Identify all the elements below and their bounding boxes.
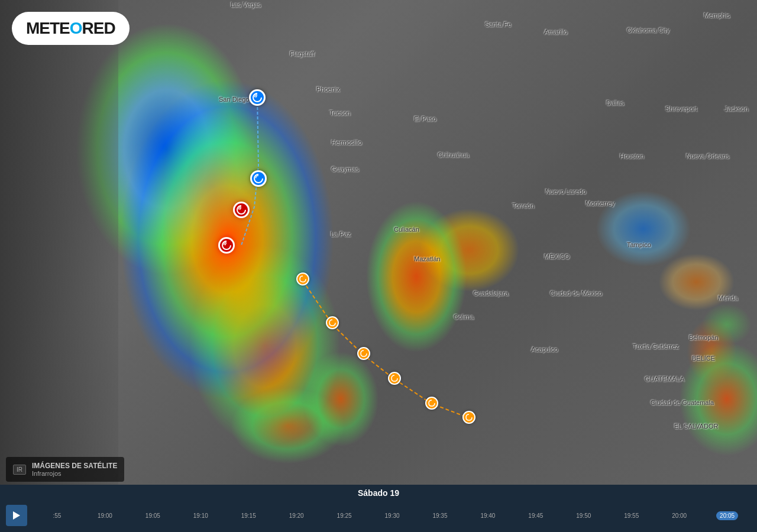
tick-2005-active[interactable]: 20:05 <box>703 512 751 519</box>
date-label: Sábado 19 <box>358 488 399 498</box>
city-guaymas: Guaymas <box>331 166 359 173</box>
city-guadalajara: Guadalajara <box>473 290 509 297</box>
tick-1915[interactable]: 19:15 <box>225 512 273 519</box>
city-las-vegas: Las Vegas <box>231 1 261 8</box>
logo-text: METEORED <box>26 19 115 38</box>
timeline-ticks: :55 19:00 19:05 19:10 19:15 19:20 19:25 … <box>33 512 751 519</box>
tick-1945[interactable]: 19:45 <box>512 512 559 519</box>
track-orange-3 <box>357 347 370 360</box>
city-hermosillo: Hermosillo <box>331 139 362 146</box>
city-flagstaff: Flagstaff <box>290 50 315 57</box>
timeline-track-container[interactable]: :55 19:00 19:05 19:10 19:15 19:20 19:25 … <box>0 499 757 532</box>
city-oklahoma-city: Oklahoma City <box>627 27 669 34</box>
storm-red-symbol-1 <box>233 202 250 218</box>
satellite-label: IMÁGENES DE SATÉLITE <box>32 462 117 470</box>
city-belice: BELICE <box>692 355 715 362</box>
city-colima: Colima <box>454 313 474 320</box>
city-tucson: Tucson <box>329 109 351 116</box>
tick-1925[interactable]: 19:25 <box>321 512 368 519</box>
city-nueva-orleans: Nueva Orleans <box>686 153 729 160</box>
city-phoenix: Phoenix <box>316 86 340 93</box>
tick-1900[interactable]: 19:00 <box>81 512 129 519</box>
city-jackson: Jackson <box>724 105 748 112</box>
track-orange-1 <box>296 273 309 286</box>
play-button[interactable] <box>6 505 27 526</box>
logo[interactable]: METEORED <box>12 12 130 45</box>
track-orange-6 <box>462 411 475 424</box>
storm-icon-red-1[interactable] <box>233 202 250 218</box>
city-tuxtla: Tuxtla Gutiérrez <box>633 343 679 350</box>
city-guatemala: GUATEMALA <box>645 375 684 382</box>
city-houston: Houston <box>620 153 644 160</box>
track-icon-1[interactable] <box>296 273 309 286</box>
map-container: Las Vegas Flagstaff Phoenix San Diego Tu… <box>0 0 757 532</box>
storm-blue-symbol-1 <box>249 89 266 106</box>
city-nuevo-laredo: Nuevo Laredo <box>545 188 586 195</box>
city-ciudad-mexico: Ciudad de México <box>550 290 602 297</box>
storm-red-symbol-2 <box>218 237 235 254</box>
timeline-date: Sábado 19 <box>0 485 757 499</box>
track-orange-4 <box>388 372 401 385</box>
city-memphis: Memphis <box>704 12 730 19</box>
track-icon-5[interactable] <box>425 397 438 410</box>
storm-icon-red-2[interactable] <box>218 237 235 254</box>
city-amarillo: Amarillo <box>544 28 568 35</box>
storm-icon-blue-2[interactable] <box>250 170 267 187</box>
tick-55[interactable]: :55 <box>33 512 81 519</box>
city-belmopan: Belmopán <box>689 334 719 341</box>
track-icon-3[interactable] <box>357 347 370 360</box>
tick-1935[interactable]: 19:35 <box>416 512 464 519</box>
satellite-info-box: IR IMÁGENES DE SATÉLITE Infrarrojos <box>6 457 124 482</box>
track-orange-2 <box>326 316 339 329</box>
tick-2000[interactable]: 20:00 <box>655 512 703 519</box>
track-icon-6[interactable] <box>462 411 475 424</box>
storm-icon-blue-1[interactable] <box>249 89 266 106</box>
city-el-salvador: EL SALVADOR <box>674 423 718 430</box>
tick-1920[interactable]: 19:20 <box>273 512 321 519</box>
city-ciudad-guatemala: Ciudad de Guatemala <box>651 399 714 406</box>
tick-1905[interactable]: 19:05 <box>129 512 177 519</box>
city-torreon: Torreón <box>512 202 534 209</box>
tick-1955[interactable]: 19:55 <box>607 512 655 519</box>
city-la-paz: La Paz <box>331 231 351 238</box>
city-san-diego: San Diego <box>219 96 249 103</box>
city-dallas: Dallas <box>606 99 625 106</box>
city-culiacan: Culiacán <box>394 226 419 233</box>
city-acapulco: Acapulco <box>531 346 558 353</box>
timeline-bar: Sábado 19 :55 19:00 19:05 19:10 19:15 19… <box>0 485 757 532</box>
city-el-paso: El Paso <box>414 115 436 122</box>
tick-1930[interactable]: 19:30 <box>368 512 416 519</box>
track-icon-4[interactable] <box>388 372 401 385</box>
city-merida: Mérida <box>718 294 738 301</box>
track-orange-5 <box>425 397 438 410</box>
ocean-left <box>0 0 118 532</box>
ir-badge: IR <box>13 465 26 475</box>
map-background <box>0 0 757 532</box>
track-icon-2[interactable] <box>326 316 339 329</box>
tick-1940[interactable]: 19:40 <box>464 512 512 519</box>
city-chihuahua: Chihuahua <box>438 151 469 158</box>
storm-blue-symbol-2 <box>250 170 267 187</box>
city-shreveport: Shreveport <box>665 105 697 112</box>
tick-1950[interactable]: 19:50 <box>559 512 607 519</box>
city-mazatlan: Mazatlán <box>414 255 441 262</box>
city-monterrey: Monterrey <box>585 200 615 207</box>
city-santa-fe: Santa Fe <box>485 21 512 28</box>
tick-1910[interactable]: 19:10 <box>177 512 225 519</box>
satellite-type: Infrarrojos <box>32 470 117 477</box>
city-tampico: Tampico <box>627 241 651 248</box>
city-mexico-label: MÉXICO <box>544 253 570 260</box>
